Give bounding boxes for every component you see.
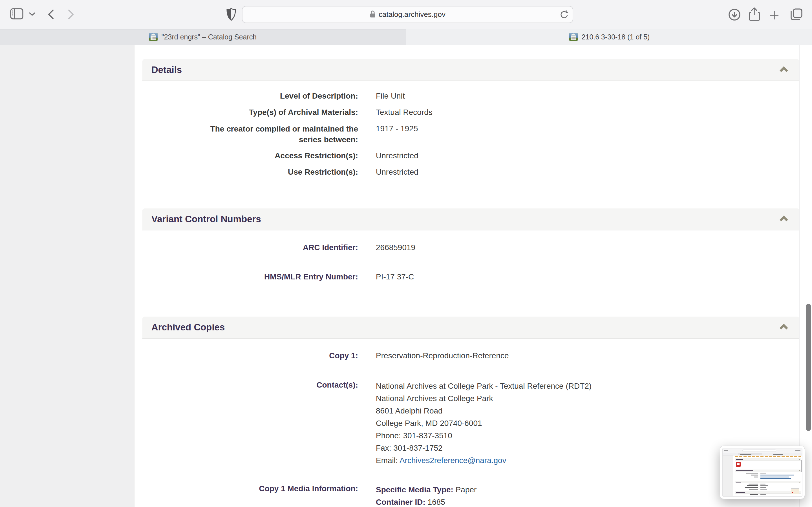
contact-line: Phone: 301-837-3510	[376, 430, 799, 442]
row-label: Access Restriction(s):	[142, 151, 358, 161]
row-label: Type(s) of Archival Materials:	[142, 107, 358, 117]
collapse-chevron-icon	[779, 324, 788, 331]
sidebar-toggle-icon	[10, 16, 23, 20]
row-value: 1917 - 1925	[376, 124, 799, 145]
privacy-report-button[interactable]	[226, 8, 236, 22]
share-button[interactable]	[749, 7, 760, 22]
address-bar[interactable]: catalog.archives.gov	[242, 6, 573, 23]
url-text: catalog.archives.gov	[378, 10, 446, 19]
details-rows: Level of Description: File Unit Type(s) …	[142, 81, 799, 177]
back-button[interactable]	[47, 9, 55, 20]
share-icon	[749, 18, 760, 22]
mini-left-gutter	[723, 455, 733, 496]
section-title: Variant Control Numbers	[151, 214, 779, 224]
row-label: Copy 1:	[142, 351, 358, 361]
mini-section-details	[735, 481, 801, 483]
media-key: Specific Media Type:	[376, 485, 456, 494]
row-label: ARC Identifier:	[142, 242, 358, 252]
row-value: Preservation-Reproduction-Reference	[376, 351, 799, 361]
email-link[interactable]: Archives2reference@nara.gov	[400, 456, 506, 465]
collapse-chevron-icon	[779, 216, 788, 223]
detail-row: Contact(s): National Archives at College…	[142, 380, 799, 467]
forward-button[interactable]	[67, 9, 75, 20]
detail-row: Level of Description: File Unit	[142, 91, 799, 101]
detail-row: Use Restriction(s): Unrestricted	[142, 167, 799, 177]
mini-scrollbar	[801, 460, 802, 472]
nara-favicon-icon	[149, 33, 158, 41]
previous-section-divider	[142, 49, 799, 49]
row-value: File Unit	[376, 91, 799, 101]
forward-icon	[67, 16, 75, 20]
mini-tab-bar	[723, 453, 802, 455]
chevron-down-icon	[29, 13, 36, 17]
collapse-chevron-icon	[779, 66, 788, 73]
variant-rows: ARC Identifier: 266859019 HMS/MLR Entry …	[142, 231, 799, 282]
back-icon	[47, 16, 55, 20]
mini-section-documents	[735, 458, 801, 461]
mini-link-row	[735, 456, 801, 457]
row-label: Copy 1 Media Information:	[142, 484, 358, 507]
contact-line: National Archives at College Park	[376, 392, 799, 405]
media-value: Paper	[456, 485, 477, 494]
shield-icon	[226, 18, 236, 22]
nara-favicon-icon	[569, 33, 578, 41]
section-title: Details	[151, 64, 779, 75]
section-header-details[interactable]: Details	[142, 59, 799, 81]
mini-pdf-icon	[736, 462, 741, 467]
lock-icon	[370, 10, 376, 19]
mini-toolbar	[723, 448, 802, 453]
row-value: 266859019	[376, 242, 799, 252]
reload-icon	[560, 16, 569, 20]
download-icon	[728, 17, 741, 22]
email-prefix: Email:	[376, 456, 400, 465]
section-title: Archived Copies	[151, 322, 779, 333]
mini-section-additional-info	[735, 469, 801, 472]
detail-row: Access Restriction(s): Unrestricted	[142, 151, 799, 161]
sidebar-expand-button[interactable]	[29, 12, 36, 17]
contact-line: National Archives at College Park - Text…	[376, 380, 799, 392]
new-tab-icon	[769, 17, 779, 21]
row-value: Textual Records	[376, 107, 799, 117]
row-label: Use Restriction(s):	[142, 167, 358, 177]
scrollbar-thumb[interactable]	[806, 304, 811, 431]
tab-title: 210.6 3-30-18 (1 of 5)	[581, 33, 650, 41]
label-line: series between:	[142, 134, 358, 145]
row-label: HMS/MLR Entry Number:	[142, 272, 358, 282]
new-tab-button[interactable]	[769, 10, 779, 21]
contact-line: College Park, MD 20740-6001	[376, 417, 799, 430]
row-value: PI-17 37-C	[376, 272, 799, 282]
mini-page	[735, 455, 801, 496]
content-right-border	[799, 45, 800, 507]
detail-row: The creator compiled or maintained the s…	[142, 124, 799, 145]
section-header-variant-control-numbers[interactable]: Variant Control Numbers	[142, 209, 799, 230]
row-label: The creator compiled or maintained the s…	[142, 124, 358, 145]
tab-catalog-search[interactable]: "23rd engrs" – Catalog Search	[0, 29, 406, 45]
label-line: The creator compiled or maintained the	[142, 124, 358, 134]
reload-button[interactable]	[560, 10, 569, 20]
row-value: Unrestricted	[376, 151, 799, 161]
screenshot-preview-window[interactable]	[720, 446, 805, 499]
archived-copies-rows: Copy 1: Preservation-Reproduction-Refere…	[142, 339, 799, 507]
detail-row: ARC Identifier: 266859019	[142, 242, 799, 252]
tab-bar: "23rd engrs" – Catalog Search 210.6 3-30…	[0, 29, 812, 45]
detail-row: HMS/MLR Entry Number: PI-17 37-C	[142, 272, 799, 282]
row-label: Contact(s):	[142, 380, 358, 467]
tab-overview-icon	[790, 17, 803, 22]
section-header-archived-copies[interactable]: Archived Copies	[142, 317, 799, 339]
media-key: Container ID:	[376, 498, 428, 506]
tab-overview-button[interactable]	[790, 8, 803, 22]
row-value: Unrestricted	[376, 167, 799, 177]
mini-inner-thumbnail	[791, 489, 799, 494]
detail-row: Type(s) of Archival Materials: Textual R…	[142, 107, 799, 117]
detail-row: Copy 1 Media Information: Specific Media…	[142, 484, 799, 507]
row-label: Level of Description:	[142, 91, 358, 101]
toolbar-divider	[27, 9, 28, 19]
sidebar-toggle-button[interactable]	[10, 8, 23, 20]
page-left-gutter	[0, 45, 135, 507]
media-value: 1685	[428, 498, 445, 506]
detail-row: Copy 1: Preservation-Reproduction-Refere…	[142, 351, 799, 361]
tab-document[interactable]: 210.6 3-30-18 (1 of 5)	[407, 29, 812, 45]
browser-toolbar: catalog.archives.gov	[0, 0, 812, 29]
screenshot-preview-content	[722, 448, 802, 497]
downloads-button[interactable]	[728, 8, 741, 22]
